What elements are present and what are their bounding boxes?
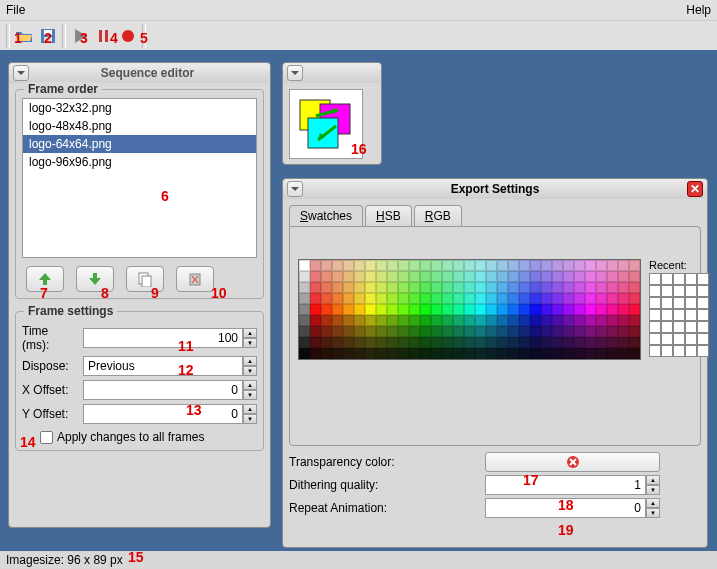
swatch-cell[interactable]	[475, 348, 486, 359]
swatch-cell[interactable]	[552, 326, 563, 337]
recent-swatch[interactable]	[661, 285, 673, 297]
recent-swatch[interactable]	[697, 321, 709, 333]
swatch-cell[interactable]	[442, 326, 453, 337]
swatch-cell[interactable]	[464, 348, 475, 359]
swatch-cell[interactable]	[442, 282, 453, 293]
swatch-cell[interactable]	[442, 348, 453, 359]
toolbar-open-button[interactable]	[12, 24, 36, 48]
swatch-cell[interactable]	[519, 271, 530, 282]
swatch-cell[interactable]	[321, 315, 332, 326]
swatch-cell[interactable]	[376, 282, 387, 293]
swatch-cell[interactable]	[563, 326, 574, 337]
swatch-cell[interactable]	[629, 271, 640, 282]
swatch-cell[interactable]	[442, 337, 453, 348]
move-down-button[interactable]	[76, 266, 114, 292]
swatch-cell[interactable]	[585, 326, 596, 337]
swatch-cell[interactable]	[530, 260, 541, 271]
swatch-cell[interactable]	[431, 304, 442, 315]
swatch-cell[interactable]	[618, 326, 629, 337]
swatch-cell[interactable]	[453, 271, 464, 282]
swatch-cell[interactable]	[431, 348, 442, 359]
swatch-cell[interactable]	[464, 260, 475, 271]
recent-swatch[interactable]	[685, 285, 697, 297]
swatch-cell[interactable]	[343, 348, 354, 359]
swatch-cell[interactable]	[596, 348, 607, 359]
swatch-cell[interactable]	[596, 293, 607, 304]
swatch-cell[interactable]	[607, 326, 618, 337]
swatch-cell[interactable]	[629, 315, 640, 326]
swatch-cell[interactable]	[629, 326, 640, 337]
swatch-cell[interactable]	[387, 293, 398, 304]
swatch-cell[interactable]	[310, 293, 321, 304]
swatch-cell[interactable]	[552, 348, 563, 359]
swatch-cell[interactable]	[332, 326, 343, 337]
swatch-cell[interactable]	[343, 293, 354, 304]
swatch-cell[interactable]	[299, 348, 310, 359]
swatch-cell[interactable]	[343, 315, 354, 326]
swatch-cell[interactable]	[310, 282, 321, 293]
swatch-cell[interactable]	[464, 326, 475, 337]
swatch-cell[interactable]	[310, 304, 321, 315]
swatch-cell[interactable]	[376, 260, 387, 271]
swatch-cell[interactable]	[321, 293, 332, 304]
swatch-cell[interactable]	[519, 315, 530, 326]
swatch-cell[interactable]	[574, 348, 585, 359]
recent-swatch[interactable]	[661, 273, 673, 285]
yoffset-input[interactable]	[83, 404, 243, 424]
swatch-cell[interactable]	[629, 304, 640, 315]
swatch-cell[interactable]	[431, 282, 442, 293]
spinner-up[interactable]: ▲	[243, 404, 257, 414]
recent-swatch[interactable]	[685, 309, 697, 321]
swatch-cell[interactable]	[398, 282, 409, 293]
delete-button[interactable]	[176, 266, 214, 292]
swatch-cell[interactable]	[354, 282, 365, 293]
swatch-cell[interactable]	[618, 282, 629, 293]
swatch-cell[interactable]	[563, 315, 574, 326]
recent-swatch[interactable]	[697, 333, 709, 345]
swatch-cell[interactable]	[607, 304, 618, 315]
swatch-cell[interactable]	[618, 293, 629, 304]
swatch-cell[interactable]	[486, 304, 497, 315]
swatch-cell[interactable]	[376, 348, 387, 359]
swatch-cell[interactable]	[299, 315, 310, 326]
swatch-cell[interactable]	[453, 337, 464, 348]
swatch-cell[interactable]	[508, 337, 519, 348]
swatch-cell[interactable]	[596, 271, 607, 282]
spinner-up[interactable]: ▲	[243, 380, 257, 390]
swatch-cell[interactable]	[376, 326, 387, 337]
swatch-cell[interactable]	[574, 304, 585, 315]
swatch-cell[interactable]	[343, 271, 354, 282]
swatch-cell[interactable]	[508, 326, 519, 337]
swatch-cell[interactable]	[332, 348, 343, 359]
swatch-cell[interactable]	[618, 337, 629, 348]
swatch-cell[interactable]	[299, 293, 310, 304]
swatch-cell[interactable]	[497, 282, 508, 293]
swatch-cell[interactable]	[376, 315, 387, 326]
swatch-cell[interactable]	[332, 337, 343, 348]
swatch-cell[interactable]	[431, 271, 442, 282]
swatch-cell[interactable]	[475, 304, 486, 315]
swatch-cell[interactable]	[409, 282, 420, 293]
swatch-cell[interactable]	[409, 348, 420, 359]
swatch-cell[interactable]	[563, 337, 574, 348]
swatch-cell[interactable]	[552, 293, 563, 304]
dispose-combo[interactable]	[83, 356, 243, 376]
swatch-cell[interactable]	[618, 315, 629, 326]
swatch-cell[interactable]	[321, 282, 332, 293]
menu-file[interactable]: File	[6, 3, 25, 17]
swatch-cell[interactable]	[365, 304, 376, 315]
swatch-cell[interactable]	[519, 282, 530, 293]
swatch-cell[interactable]	[475, 271, 486, 282]
swatch-cell[interactable]	[596, 337, 607, 348]
spinner-down[interactable]: ▼	[243, 390, 257, 400]
swatch-cell[interactable]	[299, 326, 310, 337]
swatch-cell[interactable]	[464, 293, 475, 304]
recent-swatch[interactable]	[661, 321, 673, 333]
swatch-cell[interactable]	[519, 293, 530, 304]
swatch-cell[interactable]	[497, 315, 508, 326]
swatch-cell[interactable]	[398, 315, 409, 326]
recent-swatch[interactable]	[649, 273, 661, 285]
swatch-cell[interactable]	[585, 282, 596, 293]
menu-help[interactable]: Help	[686, 3, 711, 17]
swatch-cell[interactable]	[409, 326, 420, 337]
